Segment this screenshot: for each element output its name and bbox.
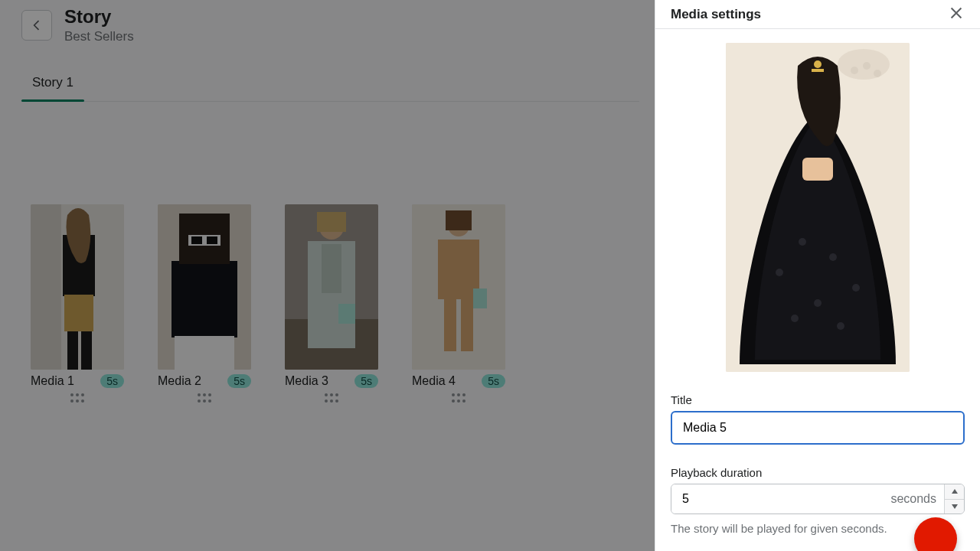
modal-scrim[interactable] <box>0 0 655 551</box>
duration-unit: seconds <box>883 484 944 514</box>
chevron-up-icon <box>952 489 958 494</box>
duration-step-down[interactable] <box>945 500 964 514</box>
svg-point-56 <box>863 62 871 70</box>
svg-point-60 <box>829 253 837 261</box>
duration-step-up[interactable] <box>945 484 964 500</box>
duration-label: Playback duration <box>671 466 965 479</box>
duration-input[interactable] <box>671 484 883 514</box>
title-input[interactable] <box>671 411 965 445</box>
svg-point-61 <box>852 284 860 292</box>
svg-rect-66 <box>812 69 824 72</box>
close-button[interactable] <box>948 5 965 24</box>
panel-title: Media settings <box>671 7 761 22</box>
duration-field: seconds <box>671 484 965 514</box>
svg-point-67 <box>814 60 822 68</box>
svg-point-63 <box>791 315 799 322</box>
media-preview <box>726 43 910 372</box>
svg-rect-68 <box>802 158 833 181</box>
chevron-down-icon <box>952 504 958 509</box>
svg-point-58 <box>776 269 783 276</box>
title-label: Title <box>671 393 965 406</box>
svg-point-59 <box>799 238 806 246</box>
svg-point-64 <box>837 322 844 330</box>
svg-point-55 <box>851 67 858 74</box>
close-icon <box>948 5 965 21</box>
svg-point-62 <box>814 299 822 307</box>
svg-point-57 <box>874 70 881 77</box>
media-settings-panel: Media settings <box>655 0 980 551</box>
